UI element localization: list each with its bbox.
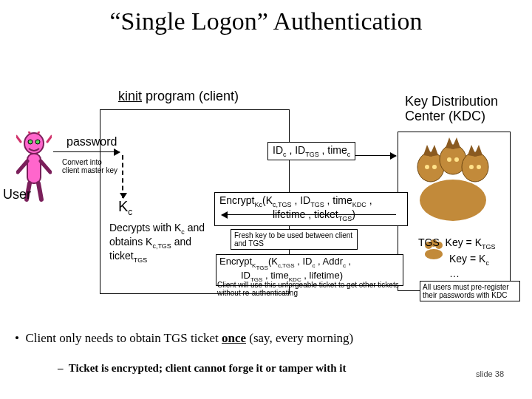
fresh-key-note: Fresh key to be used between client and … (231, 229, 358, 250)
svg-marker-11 (451, 137, 460, 149)
request-box: IDc , IDTGS , timec (267, 142, 355, 160)
slide-title: “Single Logon” Authentication (0, 7, 532, 35)
svg-point-15 (432, 165, 437, 169)
bullet-1-pre: Client only needs to obtain TGS ticket (25, 331, 222, 345)
svg-point-1 (28, 140, 33, 144)
kinit-label: kinit program (client) (118, 89, 239, 104)
kinit-underlined: kinit (118, 89, 142, 103)
svg-point-20 (425, 249, 443, 259)
svg-rect-3 (27, 154, 41, 183)
kinit-rest: program (client) (142, 89, 239, 103)
svg-point-7 (462, 152, 488, 182)
svg-marker-13 (474, 145, 482, 157)
svg-point-4 (420, 180, 486, 221)
convert-label: Convert into client master key (62, 158, 117, 174)
slide-number: slide 38 (476, 369, 504, 378)
slide: “Single Logon” Authentication kinit prog… (0, 0, 532, 399)
bullet-1: • Client only needs to obtain TGS ticket… (15, 331, 525, 346)
password-arrow (53, 151, 120, 152)
cerberus-icon (405, 137, 501, 226)
svg-point-2 (35, 140, 40, 144)
svg-marker-9 (429, 145, 438, 157)
svg-point-17 (454, 157, 459, 162)
decrypt-text: Decrypts with Kc and obtains Kc,TGS and … (109, 222, 209, 264)
bullet-2-text: Ticket is encrypted; client cannot forge… (69, 362, 347, 374)
svg-point-19 (477, 165, 481, 169)
user-label: User (3, 187, 31, 202)
svg-point-18 (469, 165, 474, 169)
svg-point-16 (447, 157, 451, 162)
ticket-note: Client will use this unforgeable ticket … (217, 281, 403, 297)
bullet-1-once: once (222, 331, 246, 345)
kc-key-label: Key = Kc (449, 253, 489, 267)
bullet-2: – Ticket is encrypted; client cannot for… (58, 362, 525, 375)
password-label: password (66, 135, 117, 149)
response-arrow (222, 214, 396, 215)
svg-point-14 (425, 165, 429, 169)
kc-label: Kc (118, 198, 132, 217)
dashed-down-arrow (122, 155, 123, 198)
tgs-key-label: TGS Key = KTGS (418, 236, 496, 250)
bullet-1-post: (say, every morning) (246, 331, 353, 345)
kdc-ellipsis: … (449, 267, 460, 279)
response-box: EncryptKc(Kc,TGS , IDTGS , timeKDC ,life… (214, 192, 408, 226)
kdc-label: Key Distribution Center (KDC) (405, 95, 527, 124)
preregister-note: All users must pre-register their passwo… (420, 281, 520, 301)
